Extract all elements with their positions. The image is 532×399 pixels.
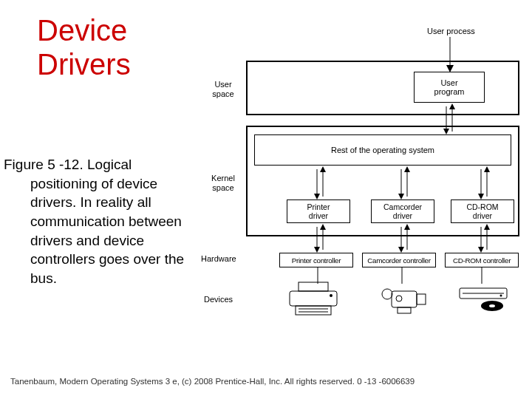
svg-rect-34	[290, 291, 337, 306]
camcorder-controller-box: Camcorder controller	[362, 253, 436, 267]
svg-rect-35	[296, 306, 331, 315]
svg-rect-42	[398, 307, 411, 313]
svg-marker-11	[398, 194, 404, 200]
svg-marker-3	[443, 129, 449, 134]
svg-point-46	[500, 295, 502, 297]
svg-marker-27	[478, 247, 484, 253]
devices-row-label: Devices	[204, 295, 233, 304]
user-process-label: User process	[427, 27, 475, 36]
svg-point-38	[330, 294, 332, 297]
svg-marker-25	[404, 224, 410, 230]
svg-marker-17	[484, 166, 490, 172]
arrow-os-to-camcorder-driver	[397, 166, 412, 200]
user-program-label: User program	[434, 78, 465, 96]
slide-title: Device Drivers	[37, 13, 131, 81]
user-program-box: User program	[414, 72, 485, 103]
caption-first-line: Figure 5 -12. Logical	[4, 157, 132, 172]
svg-marker-23	[398, 247, 404, 253]
cdrom-driver-label: CD-ROM driver	[466, 202, 498, 220]
title-line-2: Drivers	[37, 47, 131, 81]
copyright-footer: Tanenbaum, Modern Operating Systems 3 e,…	[10, 377, 415, 386]
cdrom-drive-icon	[457, 279, 516, 321]
svg-point-43	[396, 296, 402, 301]
cdrom-controller-label: CD-ROM controller	[453, 256, 511, 265]
arrow-camcorder-driver-to-controller	[397, 224, 412, 253]
svg-marker-9	[320, 166, 326, 172]
camcorder-driver-box: Camcorder driver	[371, 200, 434, 223]
title-line-1: Device	[37, 13, 131, 47]
svg-marker-5	[449, 103, 455, 109]
cdrom-controller-box: CD-ROM controller	[445, 253, 519, 267]
user-space-row-label: User space	[204, 80, 242, 98]
svg-marker-29	[484, 224, 490, 230]
svg-rect-39	[392, 291, 417, 307]
arrow-printer-driver-to-controller	[313, 224, 327, 253]
rest-of-os-label: Rest of the operating system	[331, 146, 434, 154]
camcorder-controller-label: Camcorder controller	[367, 256, 430, 265]
arrow-cdrom-driver-to-controller	[477, 224, 491, 253]
svg-marker-19	[314, 247, 320, 253]
svg-rect-33	[299, 282, 328, 291]
printer-controller-box: Printer controller	[279, 253, 353, 267]
device-drivers-diagram: User process User program User space Ker…	[198, 22, 527, 332]
caption-body: positioning of device drivers. In realit…	[4, 174, 192, 288]
hardware-row-label: Hardware	[201, 254, 236, 264]
arrow-os-to-printer-driver	[313, 166, 327, 200]
figure-caption: Figure 5 -12. Logical positioning of dev…	[4, 155, 192, 287]
svg-marker-21	[320, 224, 326, 230]
cdrom-driver-box: CD-ROM driver	[451, 200, 514, 223]
arrow-os-to-cdrom-driver	[477, 166, 491, 200]
svg-marker-7	[314, 194, 320, 200]
printer-driver-box: Printer driver	[287, 200, 350, 223]
arrow-user-to-os	[442, 103, 457, 134]
camcorder-icon	[380, 279, 432, 321]
rest-of-os-box: Rest of the operating system	[254, 134, 511, 166]
svg-point-48	[489, 304, 495, 307]
svg-marker-15	[478, 194, 484, 200]
svg-point-40	[382, 289, 392, 299]
camcorder-driver-label: Camcorder driver	[383, 202, 422, 220]
printer-icon	[284, 279, 350, 321]
kernel-space-row-label: Kernel space	[202, 174, 244, 192]
printer-driver-label: Printer driver	[307, 202, 330, 220]
svg-rect-41	[417, 294, 426, 304]
svg-marker-13	[404, 166, 410, 172]
printer-controller-label: Printer controller	[292, 256, 341, 265]
